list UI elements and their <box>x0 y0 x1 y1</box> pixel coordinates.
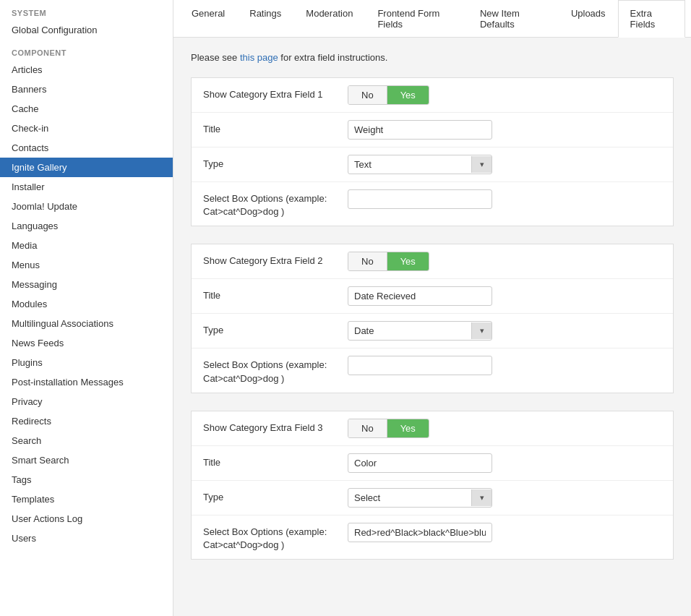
sidebar-item-modules[interactable]: Modules <box>0 294 173 314</box>
type-select-wrapper-3: Select▾ <box>348 488 492 508</box>
sidebar-item-post-installation-messages[interactable]: Post-installation Messages <box>0 372 173 392</box>
title-row-2: Title <box>192 279 673 314</box>
options-row-1: Select Box Options (example: Cat>cat^Dog… <box>192 182 673 226</box>
type-select-2[interactable]: Date <box>348 322 471 340</box>
info-text-after: for extra field instructions. <box>278 52 388 63</box>
type-row-2: TypeDate▾ <box>192 314 673 348</box>
sidebar-item-articles[interactable]: Articles <box>0 60 173 80</box>
sidebar-item-users[interactable]: Users <box>0 529 173 548</box>
yes-button-1[interactable]: Yes <box>387 86 429 104</box>
options-row-3: Select Box Options (example: Cat>cat^Dog… <box>192 516 673 559</box>
field-group-2: Show Category Extra Field 2NoYesTitleTyp… <box>191 244 674 393</box>
type-select-3[interactable]: Select <box>348 489 471 507</box>
sidebar-item-messaging[interactable]: Messaging <box>0 275 173 294</box>
sidebar-item-news-feeds[interactable]: News Feeds <box>0 333 173 353</box>
tab-frontend-form-fields[interactable]: Frontend Form Fields <box>365 0 468 38</box>
sidebar-item-smart-search[interactable]: Smart Search <box>0 450 173 470</box>
tab-new-item-defaults[interactable]: New Item Defaults <box>468 0 559 38</box>
show-category-row-3: Show Category Extra Field 3NoYes <box>192 411 673 446</box>
type-select-arrow-1[interactable]: ▾ <box>471 156 492 173</box>
type-row-1: TypeText▾ <box>192 147 673 182</box>
sidebar-item-check-in[interactable]: Check-in <box>0 119 173 138</box>
type-label-3: Type <box>203 488 348 504</box>
sidebar-item-joomla!-update[interactable]: Joomla! Update <box>0 197 173 216</box>
tab-extra-fields[interactable]: Extra Fields <box>618 0 685 38</box>
sidebar-item-templates[interactable]: Templates <box>0 489 173 509</box>
no-button-2[interactable]: No <box>348 252 387 270</box>
info-text: Please see this page for extra field ins… <box>191 52 674 63</box>
tab-general[interactable]: General <box>179 0 237 38</box>
type-select-1[interactable]: Text <box>348 155 471 174</box>
sidebar-item-tags[interactable]: Tags <box>0 470 173 489</box>
sidebar-item-banners[interactable]: Banners <box>0 80 173 99</box>
type-label-2: Type <box>203 321 348 337</box>
sidebar-item-contacts[interactable]: Contacts <box>0 138 173 158</box>
toggle-group-2: NoYes <box>348 252 429 271</box>
no-button-3[interactable]: No <box>348 419 387 437</box>
type-select-arrow-3[interactable]: ▾ <box>471 489 492 506</box>
show-category-label-1: Show Category Extra Field 1 <box>203 85 348 101</box>
sidebar-item-user-actions-log[interactable]: User Actions Log <box>0 509 173 529</box>
sidebar-item-redirects[interactable]: Redirects <box>0 411 173 431</box>
options-input-3[interactable] <box>348 523 492 542</box>
sidebar-item-search[interactable]: Search <box>0 431 173 450</box>
type-select-arrow-2[interactable]: ▾ <box>471 322 492 339</box>
no-button-1[interactable]: No <box>348 86 387 104</box>
toggle-group-1: NoYes <box>348 85 429 105</box>
tabs-bar: GeneralRatingsModerationFrontend Form Fi… <box>173 0 691 38</box>
options-input-1[interactable] <box>348 189 492 209</box>
title-label-2: Title <box>203 286 348 302</box>
field-group-1: Show Category Extra Field 1NoYesTitleTyp… <box>191 77 674 226</box>
sidebar-item-ignite-gallery[interactable]: Ignite Gallery <box>0 158 173 177</box>
sidebar-item-plugins[interactable]: Plugins <box>0 353 173 372</box>
sidebar-item-menus[interactable]: Menus <box>0 255 173 275</box>
show-category-row-2: Show Category Extra Field 2NoYes <box>192 244 673 279</box>
show-category-label-3: Show Category Extra Field 3 <box>203 419 348 435</box>
options-label-2: Select Box Options (example: Cat>cat^Dog… <box>203 356 348 385</box>
toggle-group-3: NoYes <box>348 419 429 438</box>
title-row-3: Title <box>192 446 673 481</box>
field-group-3: Show Category Extra Field 3NoYesTitleTyp… <box>191 411 674 560</box>
sidebar: SYSTEM Global Configuration COMPONENT Ar… <box>0 0 173 616</box>
type-select-wrapper-1: Text▾ <box>348 155 492 174</box>
title-input-1[interactable] <box>348 120 492 140</box>
tab-uploads[interactable]: Uploads <box>559 0 618 38</box>
title-row-1: Title <box>192 113 673 147</box>
sidebar-item-installer[interactable]: Installer <box>0 177 173 197</box>
system-section-label: SYSTEM <box>0 0 173 20</box>
type-label-1: Type <box>203 155 348 171</box>
tab-moderation[interactable]: Moderation <box>293 0 365 38</box>
show-category-label-2: Show Category Extra Field 2 <box>203 252 348 268</box>
content-area: Please see this page for extra field ins… <box>173 38 691 591</box>
tab-ratings[interactable]: Ratings <box>237 0 293 38</box>
options-label-1: Select Box Options (example: Cat>cat^Dog… <box>203 189 348 218</box>
sidebar-item-cache[interactable]: Cache <box>0 99 173 119</box>
sidebar-item-languages[interactable]: Languages <box>0 216 173 236</box>
component-section-label: COMPONENT <box>0 40 173 60</box>
title-label-1: Title <box>203 120 348 136</box>
sidebar-item-global-config[interactable]: Global Configuration <box>0 20 173 40</box>
type-row-3: TypeSelect▾ <box>192 481 673 516</box>
info-link[interactable]: this page <box>240 52 278 63</box>
options-input-2[interactable] <box>348 356 492 375</box>
options-row-2: Select Box Options (example: Cat>cat^Dog… <box>192 348 673 392</box>
sidebar-item-multilingual-associations[interactable]: Multilingual Associations <box>0 314 173 333</box>
sidebar-item-privacy[interactable]: Privacy <box>0 392 173 411</box>
main-content: GeneralRatingsModerationFrontend Form Fi… <box>173 0 691 616</box>
options-label-3: Select Box Options (example: Cat>cat^Dog… <box>203 523 348 552</box>
info-text-before: Please see <box>191 52 240 63</box>
yes-button-2[interactable]: Yes <box>387 252 429 270</box>
yes-button-3[interactable]: Yes <box>387 419 429 437</box>
sidebar-item-media[interactable]: Media <box>0 236 173 255</box>
show-category-row-1: Show Category Extra Field 1NoYes <box>192 78 673 113</box>
title-label-3: Title <box>203 453 348 469</box>
title-input-2[interactable] <box>348 286 492 306</box>
type-select-wrapper-2: Date▾ <box>348 321 492 341</box>
title-input-3[interactable] <box>348 453 492 473</box>
